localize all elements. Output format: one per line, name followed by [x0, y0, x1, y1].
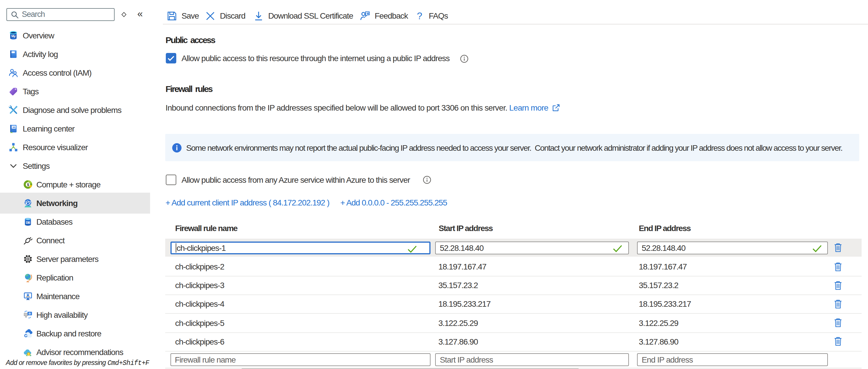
svg-text:DB: DB [26, 221, 30, 224]
svg-text:My: My [11, 34, 16, 38]
